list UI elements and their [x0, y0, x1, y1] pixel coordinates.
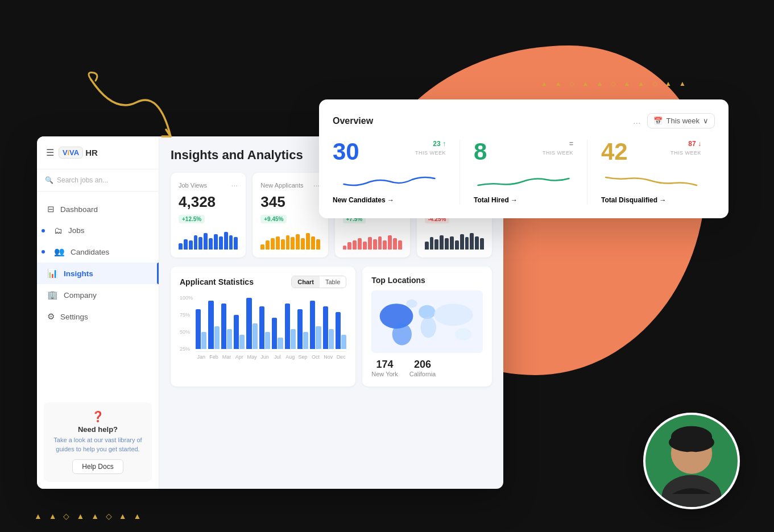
x-label-apr: Apr: [234, 354, 245, 360]
metric-chart-job-views: [179, 229, 238, 250]
y-label-75: 75%: [180, 312, 193, 318]
y-label-100: 100%: [180, 295, 193, 301]
bar-group-jun: [259, 306, 270, 349]
sidebar-jobs-label: Jobs: [68, 226, 85, 235]
week-label: This week: [666, 117, 700, 125]
metric-card-job-views: Job Views ··· 4,328 +12.5%: [171, 173, 246, 257]
jobs-dot: [42, 229, 45, 232]
overview-title: Overview: [333, 116, 373, 126]
search-placeholder-text: Search jobs an...: [57, 176, 108, 184]
sidebar-item-jobs[interactable]: 🗂 Jobs: [37, 220, 159, 241]
sidebar-item-company[interactable]: 🏢 Company: [37, 284, 159, 306]
chart-toggle-chart[interactable]: Chart: [292, 276, 320, 288]
location-name-california: California: [409, 371, 436, 377]
hamburger-icon[interactable]: ☰: [46, 147, 54, 158]
ov-candidates-week-label: THIS WEEK: [415, 150, 446, 156]
chart-card-header: Applicant Statistics Chart Table: [180, 276, 346, 288]
ov-disqualified-link[interactable]: Total Disqualified →: [601, 196, 666, 204]
svg-point-4: [434, 304, 473, 326]
help-title: Need help?: [51, 425, 145, 434]
bar-group-apr: [234, 315, 245, 349]
bar-group-nov: [323, 306, 334, 349]
bar-group-feb: [208, 301, 219, 349]
bar-group-mar: [221, 304, 232, 349]
sidebar-help-box: ❓ Need help? Take a look at our vast lib…: [44, 402, 152, 482]
ov-disqualified-sparkline: [601, 173, 701, 190]
top-chevrons-decoration: ▲ ▲ ◇ ▲ ▲ ◇ ▲ ▲ ◇ ▲ ▲: [541, 80, 689, 88]
map-title: Top Locations: [371, 276, 483, 285]
metric-chart-new-applicants: [260, 229, 320, 250]
chart-toggle-table[interactable]: Table: [320, 276, 346, 288]
help-description: Take a look at our vast library of guide…: [51, 436, 145, 454]
bar-group-aug: [285, 304, 296, 349]
candidates-icon: 👥: [54, 247, 65, 257]
ov-hired-number: 8: [474, 140, 487, 164]
x-axis-labels: Jan Feb Mar Apr May Jun Jul Aug Sep Oct …: [196, 352, 346, 360]
nav-items: ⊟ Dashboard 🗂 Jobs 👥 Candidates 📊 Insigh…: [37, 192, 159, 396]
bar-chart-inner: [196, 295, 346, 352]
svg-point-10: [669, 433, 714, 452]
logo-container: ViVA HR: [59, 147, 98, 159]
metric-label-new-applicants: New Applicants: [260, 182, 303, 189]
ov-hired-link[interactable]: Total Hired →: [474, 196, 518, 204]
chart-view-toggle: Chart Table: [291, 276, 346, 288]
y-label-25: 25%: [180, 346, 193, 352]
week-selector[interactable]: 📅 This week ∨: [647, 113, 715, 128]
metric-label-job-views: Job Views: [179, 182, 207, 189]
help-icon: ❓: [51, 410, 145, 423]
metric-chart-total-approved: [343, 229, 402, 250]
metric-card-header-new-applicants: New Applicants ···: [260, 181, 320, 190]
svg-point-2: [419, 305, 435, 319]
overview-metrics: 30 23 ↑ THIS WEEK New Candidates → 8 = T…: [333, 140, 715, 205]
ov-metric-hired: 8 = THIS WEEK Total Hired →: [460, 140, 587, 205]
ov-disqualified-week-stat: 87 ↓: [670, 140, 701, 148]
x-label-jul: Jul: [272, 354, 283, 360]
top-locations-card: Top Locations: [362, 267, 492, 386]
sidebar-item-dashboard[interactable]: ⊟ Dashboard: [37, 198, 159, 220]
location-name-newyork: New York: [371, 371, 398, 377]
location-num-california: 206: [409, 359, 436, 371]
location-stat-california: 206 California: [409, 359, 436, 377]
metric-card-header-job-views: Job Views ···: [179, 181, 238, 190]
location-stat-newyork: 174 New York: [371, 359, 398, 377]
y-axis-labels: 100% 75% 50% 25%: [180, 295, 193, 352]
svg-point-3: [421, 317, 436, 338]
sidebar-item-insights[interactable]: 📊 Insights: [37, 263, 159, 284]
bottom-chevrons-decoration: ▲ ▲ ◇ ▲ ▲ ◇ ▲ ▲: [34, 512, 143, 521]
x-label-jun: Jun: [259, 354, 270, 360]
svg-point-0: [380, 304, 413, 329]
sidebar: ☰ ViVA HR 🔍 Search jobs an... ⊟ Dashboar…: [37, 136, 159, 489]
sidebar-dashboard-label: Dashboard: [60, 205, 98, 214]
ov-disqualified-number: 42: [601, 140, 628, 164]
x-label-dec: Dec: [336, 354, 346, 360]
ov-metric-disqualified: 42 87 ↓ THIS WEEK Total Disqualified →: [587, 140, 715, 205]
metric-more-job-views[interactable]: ···: [231, 181, 238, 190]
ov-candidates-number: 30: [333, 140, 359, 164]
x-label-feb: Feb: [208, 354, 219, 360]
metric-badge-job-views: +12.5%: [179, 215, 205, 223]
svg-point-5: [455, 328, 471, 340]
metric-value-job-views: 4,328: [179, 193, 238, 211]
bar-group-dec: [336, 312, 346, 349]
bar-group-jan: [196, 309, 206, 349]
ov-hired-week-stat: =: [543, 140, 573, 148]
x-label-mar: Mar: [221, 354, 232, 360]
svg-point-6: [406, 300, 417, 308]
ov-candidates-week-stat: 23 ↑: [415, 140, 446, 148]
applicant-statistics-card: Applicant Statistics Chart Table 100% 75…: [171, 267, 355, 386]
overview-more-button[interactable]: ...: [633, 116, 640, 126]
sidebar-search[interactable]: 🔍 Search jobs an...: [37, 169, 159, 192]
sidebar-item-settings[interactable]: ⚙ Settings: [37, 306, 159, 327]
x-label-jan: Jan: [196, 354, 206, 360]
insights-icon: 📊: [47, 268, 58, 279]
y-label-50: 50%: [180, 329, 193, 335]
settings-icon: ⚙: [47, 311, 55, 322]
sidebar-item-candidates[interactable]: 👥 Candidates: [37, 241, 159, 263]
x-label-aug: Aug: [285, 354, 296, 360]
overview-controls: ... 📅 This week ∨: [633, 113, 715, 128]
chart-title: Applicant Statistics: [180, 277, 254, 286]
ov-hired-sparkline: [474, 173, 573, 190]
ov-candidates-link[interactable]: New Candidates →: [333, 196, 394, 204]
help-docs-button[interactable]: Help Docs: [72, 459, 123, 474]
candidates-dot: [42, 250, 45, 253]
